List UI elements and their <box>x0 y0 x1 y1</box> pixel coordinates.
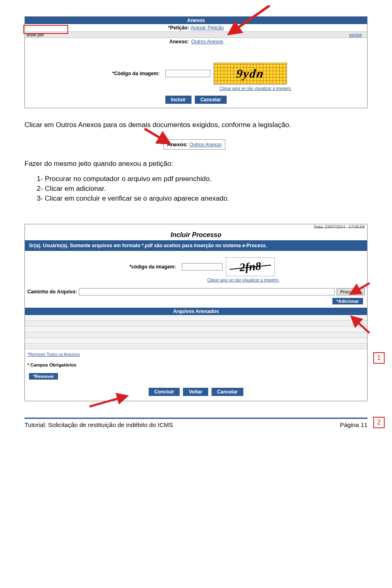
campos-obrig: * Campos Obrigatórios <box>25 358 367 370</box>
highlight-teste-pdf <box>23 25 68 34</box>
anexos-row: Anexos: Outros Anexos <box>25 38 367 45</box>
red-arrow-snippet-icon <box>143 127 176 148</box>
table-row <box>25 326 367 332</box>
svg-line-0 <box>229 5 270 34</box>
svg-line-1 <box>145 129 169 143</box>
red-arrow-icon <box>225 5 274 38</box>
captcha2-row: *código da imagem: 2fn8 <box>25 257 367 277</box>
instruction-text-2: Fazer do mesmo jeito quando anexou a pet… <box>24 159 368 168</box>
page-footer: Tutorial: Solicitação de restituição de … <box>24 418 368 428</box>
red-arrow-to-procurar-icon <box>347 282 371 298</box>
captcha-refresh-row: Clique aqui se não visualizar a imagem. <box>25 85 367 92</box>
file-name: teste.pdf <box>27 32 349 37</box>
arquivos-anexados-header: Arquivos Anexados <box>25 308 367 315</box>
remover-button[interactable]: *Remover <box>29 373 58 380</box>
panel1-buttons: Incluir Cancelar <box>25 92 367 108</box>
red-arrow-to-concluir-icon <box>86 392 135 408</box>
form-panel-anexos: Anexos *Petição: Anexar Petição teste.pd… <box>24 16 368 108</box>
svg-line-3 <box>352 317 370 333</box>
anexar-peticao-link[interactable]: Anexar Petição <box>191 25 224 31</box>
captcha2-refresh-row: Clique aqui se não visualizar a imagem. <box>25 277 367 283</box>
captcha-row: *Código da imagem: 9ydn <box>25 62 367 85</box>
voltar-button[interactable]: Voltar <box>183 388 208 396</box>
concluir-button[interactable]: Concluir <box>149 388 180 396</box>
footer-right: Página 11 <box>340 421 368 428</box>
cancelar-button[interactable]: Cancelar <box>195 96 227 104</box>
codigo-imagem-input[interactable] <box>165 70 210 77</box>
timestamp: Data: 23/07/2014 - 17:05:59 <box>25 224 367 230</box>
snippet-link[interactable]: Outros Anexos <box>189 142 222 148</box>
anexos-label: Anexos: <box>169 39 191 45</box>
svg-line-2 <box>351 283 370 294</box>
captcha2-text: 2fn8 <box>239 259 261 274</box>
outros-anexos-link[interactable]: Outros Anexos <box>191 39 223 45</box>
captcha-refresh-link[interactable]: Clique aqui se não visualizar a imagem. <box>220 86 292 91</box>
instruction-text-1: Clicar em Outros Anexos para os demais d… <box>24 121 368 130</box>
codigo-imagem-label: *Código da imagem: <box>105 71 162 76</box>
panel-header: Anexos <box>25 17 367 24</box>
form-title: Incluir Processo <box>25 230 367 240</box>
footer-left: Tutorial: Solicitação de restituição de … <box>24 421 173 428</box>
table-row <box>25 321 367 326</box>
captcha-text: 9ydn <box>236 67 265 80</box>
step-1: 1- Procurar no computador o arquivo em p… <box>37 174 368 184</box>
pdf-notice: Sr(a). Usuário(a). Somente arquivos em f… <box>25 240 367 251</box>
adicionar-row: *Adicionar <box>25 296 367 308</box>
svg-line-4 <box>89 396 127 407</box>
panel2-buttons: Concluir Voltar Cancelar <box>25 383 367 401</box>
peticao-row: *Petição: Anexar Petição <box>25 24 367 31</box>
caminho-row: Caminho do Arquivo: Procurar... <box>25 287 367 296</box>
caminho-label: Caminho do Arquivo: <box>27 289 77 295</box>
cancelar2-button[interactable]: Cancelar <box>212 388 244 396</box>
peticao-label: *Petição: <box>168 25 191 31</box>
captcha2-refresh-link[interactable]: Clique aqui se não visualizar a imagem. <box>207 278 280 282</box>
table-row <box>25 315 367 321</box>
remover-todos-link[interactable]: *Remover Todos os Arquivos <box>27 352 80 357</box>
captcha2-image: 2fn8 <box>226 257 275 276</box>
adicionar-button[interactable]: *Adicionar <box>332 298 363 304</box>
attached-file-row: teste.pdf excluir <box>25 31 367 38</box>
table-row <box>25 332 367 338</box>
codigo-imagem2-label: *código da imagem: <box>117 264 178 270</box>
file-table <box>25 315 367 349</box>
form-panel-incluir-processo: Data: 23/07/2014 - 17:05:59 Incluir Proc… <box>24 224 368 401</box>
captcha-image: 9ydn <box>214 63 287 85</box>
step-3: 3- Clicar em concluir e verificar se o a… <box>37 194 368 203</box>
callout-2: 2 <box>373 417 385 428</box>
callout-1: 1 <box>373 352 385 364</box>
excluir-link[interactable]: excluir <box>349 32 362 37</box>
table-row <box>25 338 367 344</box>
incluir-button[interactable]: Incluir <box>165 96 192 104</box>
codigo-imagem2-input[interactable] <box>182 263 223 271</box>
step-2: 2- Clicar em adicionar. <box>37 184 368 194</box>
table-row <box>25 344 367 349</box>
red-arrow-to-adicionar-icon <box>347 314 371 335</box>
caminho-input[interactable] <box>79 288 335 295</box>
